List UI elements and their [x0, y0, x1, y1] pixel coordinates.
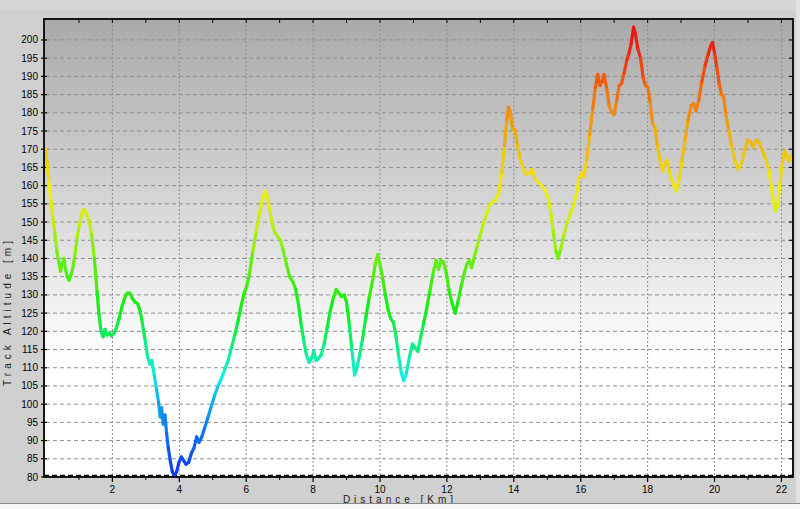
y-tick-label: 140 — [21, 253, 38, 264]
y-tick-label: 145 — [21, 235, 38, 246]
y-tick-label: 185 — [21, 89, 38, 100]
y-tick-label: 200 — [21, 34, 38, 45]
y-tick-label: 160 — [21, 180, 38, 191]
y-tick-label: 190 — [21, 71, 38, 82]
y-tick-label: 105 — [21, 380, 38, 391]
y-tick-label: 120 — [21, 326, 38, 337]
y-tick-label: 170 — [21, 144, 38, 155]
y-tick-label: 175 — [21, 126, 38, 137]
y-tick-label: 135 — [21, 271, 38, 282]
y-axis-title: Track Altitude [m] — [2, 135, 13, 489]
y-tick-label: 195 — [21, 53, 38, 64]
y-tick-label: 80 — [27, 472, 39, 483]
y-tick-label: 95 — [27, 417, 39, 428]
altitude-chart: 8085909510010511011512012513013514014515… — [0, 0, 800, 509]
y-tick-label: 165 — [21, 162, 38, 173]
y-tick-label: 130 — [21, 289, 38, 300]
panel-bottom-edge — [0, 503, 800, 509]
altitude-graph-panel: 8085909510010511011512012513013514014515… — [0, 0, 800, 509]
y-tick-label: 180 — [21, 107, 38, 118]
y-tick-label: 85 — [27, 453, 39, 464]
y-tick-label: 90 — [27, 435, 39, 446]
y-tick-label: 150 — [21, 217, 38, 228]
y-tick-label: 125 — [21, 308, 38, 319]
plot-area[interactable] — [44, 19, 793, 477]
y-tick-label: 155 — [21, 198, 38, 209]
y-tick-label: 100 — [21, 399, 38, 410]
y-tick-label: 110 — [22, 362, 38, 373]
y-tick-label: 115 — [22, 344, 38, 355]
